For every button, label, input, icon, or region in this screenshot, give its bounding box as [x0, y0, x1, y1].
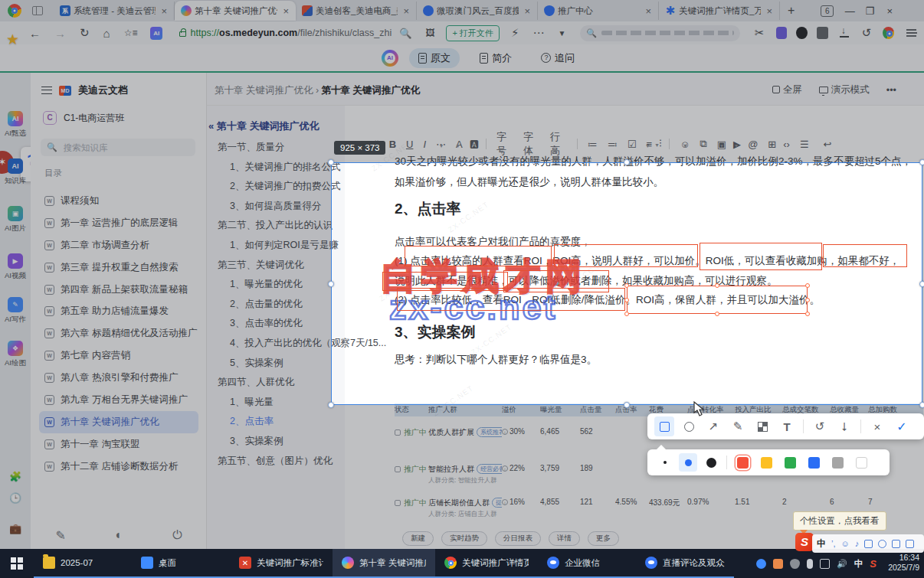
rail-item-knowledge[interactable]: AI 知识库: [0, 158, 31, 186]
taskbar-clock[interactable]: 16:34 2025/7/9: [888, 553, 919, 573]
color-yellow[interactable]: [761, 457, 772, 469]
chevron-down-icon[interactable]: ▼: [558, 29, 565, 38]
cancel-capture-icon[interactable]: ×: [867, 416, 887, 436]
forward-icon[interactable]: →: [54, 27, 66, 40]
close-tab-icon[interactable]: ×: [643, 5, 654, 17]
toc-item[interactable]: 3、点击率的优化: [218, 314, 386, 334]
tray-app-icon[interactable]: [773, 559, 783, 569]
home-icon[interactable]: ⌂: [103, 27, 110, 40]
sidebar-item-ch7[interactable]: W第七章 内容营销: [39, 345, 198, 367]
lock-icon[interactable]: [179, 31, 185, 37]
close-tab-icon[interactable]: ×: [522, 5, 532, 17]
color-gray[interactable]: [832, 457, 844, 469]
rail-item-ai-select[interactable]: AI AI甄选: [0, 111, 31, 139]
sidebar-item-ch10[interactable]: W第十章 关键词推广优化: [39, 411, 198, 433]
toc-item[interactable]: 第四节、人群优化: [218, 373, 386, 393]
start-button-icon[interactable]: [11, 557, 23, 570]
history-icon[interactable]: ↺: [862, 26, 872, 40]
annotation-rect-7[interactable]: [397, 288, 625, 311]
power-icon[interactable]: ⏻: [172, 528, 182, 543]
taskbar-item-wecom[interactable]: 企业微信: [538, 549, 636, 578]
line-height-dropdown[interactable]: 行高▾: [550, 130, 567, 158]
toc-item[interactable]: 1、关键词推广的排名公式: [218, 158, 386, 178]
sidebar-item-ch4[interactable]: W第四章 新品上架获取流量秘籍: [39, 279, 198, 301]
font-color-icon[interactable]: A▾: [456, 139, 460, 150]
ai-extension-icon[interactable]: AI: [150, 27, 162, 40]
taskbar-item-spreadsheet[interactable]: ✕ 关键词推广标准计...: [230, 549, 333, 578]
edit-icon[interactable]: ✎: [55, 528, 65, 543]
close-tab-icon[interactable]: ×: [401, 5, 411, 17]
font-family-dropdown[interactable]: 字体▾: [523, 130, 540, 158]
ime-keyboard-icon[interactable]: [864, 540, 873, 548]
tab-summary[interactable]: 简介: [470, 48, 521, 68]
puzzle-extension-icon[interactable]: [817, 27, 828, 39]
toc-item[interactable]: 1、如何判定ROI是亏是赚: [218, 236, 386, 256]
briefcase-icon[interactable]: 💼: [0, 523, 31, 534]
browser-profile-icon[interactable]: [883, 27, 894, 39]
mention-icon[interactable]: @: [748, 139, 758, 150]
color-blue[interactable]: [808, 457, 820, 469]
action-button[interactable]: 详情: [549, 531, 580, 546]
table-icon[interactable]: ⊞▾: [768, 139, 773, 150]
tray-volume-icon[interactable]: 🔊: [837, 559, 847, 569]
toc-item[interactable]: 1、曝光量: [218, 393, 386, 413]
italic-icon[interactable]: I: [423, 139, 426, 150]
tab-ask[interactable]: 追问: [532, 48, 584, 68]
save-download-icon[interactable]: ⭣: [834, 416, 854, 436]
numbered-list-icon[interactable]: ≕: [608, 139, 618, 150]
bookmark-star-icon[interactable]: ★: [6, 31, 19, 48]
toc-item[interactable]: 第二节、投入产出比的认识: [218, 216, 386, 236]
toc-item[interactable]: 3、如何提高质量得分: [218, 197, 386, 217]
tray-ime-lang[interactable]: 中: [854, 558, 863, 570]
browser-tab-4[interactable]: 微瑕澳门风云_百度搜索 ×: [417, 2, 538, 20]
annotation-rect-2[interactable]: [554, 244, 698, 267]
puzzle-icon[interactable]: 🧩: [0, 471, 31, 482]
browser-tab-6[interactable]: ✱ 关键词推广详情页_万相 ×: [659, 2, 780, 20]
ime-emoji-icon[interactable]: ☺: [841, 539, 850, 548]
ai-assistant-logo-icon[interactable]: [382, 50, 398, 67]
toc-item[interactable]: 2、点击率: [218, 412, 386, 432]
sidebar-item-ch1[interactable]: W第一章 运营推广的底层逻辑: [39, 212, 198, 234]
action-button[interactable]: 更多: [588, 531, 619, 546]
download-icon[interactable]: [840, 28, 848, 38]
annotation-rect-1[interactable]: [405, 246, 552, 266]
restore-button[interactable]: ❐: [860, 5, 880, 17]
mosaic-tool-icon[interactable]: [752, 416, 772, 436]
tab-groups-icon[interactable]: [32, 6, 43, 15]
annotation-rect-selected[interactable]: [627, 286, 808, 314]
tab-counter[interactable]: 6: [821, 5, 834, 17]
hamburger-icon[interactable]: [41, 87, 52, 94]
tray-display-icon[interactable]: [820, 559, 830, 569]
highlight-icon[interactable]: 🅰▾: [470, 138, 476, 150]
browser-tab-3[interactable]: 美迪创客_美迪电商_美 ×: [296, 2, 417, 20]
fullscreen-button[interactable]: 全屏: [772, 83, 802, 96]
pen-tool-icon[interactable]: ✎: [728, 416, 748, 436]
ime-punct-icon[interactable]: ’,: [831, 539, 836, 548]
new-tab-button[interactable]: +: [788, 4, 795, 18]
open-file-button[interactable]: + 打开文件: [446, 25, 499, 41]
refresh-icon[interactable]: ↻: [80, 26, 90, 40]
close-tab-icon[interactable]: ×: [159, 5, 169, 17]
extension-icon-dark[interactable]: [796, 27, 808, 39]
course-chip[interactable]: C C1-电商运营班: [43, 111, 124, 125]
action-button[interactable]: 分日报表: [495, 531, 541, 546]
ime-person-icon[interactable]: [878, 540, 886, 548]
sidebar-item-ch11[interactable]: W第十一章 淘宝联盟: [39, 433, 198, 456]
code-icon[interactable]: ‹›: [783, 139, 790, 150]
rail-item-ai-drawing[interactable]: ❖ AI绘图: [0, 341, 31, 368]
confirm-capture-icon[interactable]: ✓: [892, 416, 912, 436]
history-clock-icon[interactable]: 🕒: [0, 492, 31, 504]
tray-app-icon[interactable]: [756, 559, 766, 569]
ime-tooltip[interactable]: 个性设置，点我看看: [793, 511, 886, 531]
sidebar-item-intro[interactable]: W课程须知: [39, 190, 198, 212]
emoji-icon[interactable]: ☺▾: [680, 139, 690, 150]
extension-search-input[interactable]: 🔍: [580, 25, 740, 41]
toc-item[interactable]: 1、曝光量的优化: [218, 275, 386, 295]
row-checkbox[interactable]: [395, 500, 401, 506]
search-zoom-icon[interactable]: 🔍: [399, 28, 411, 39]
tray-shield-icon[interactable]: [790, 559, 800, 569]
sidebar-item-ch12[interactable]: W第十二章 店铺诊断数据分析: [39, 456, 198, 478]
search-input[interactable]: [62, 142, 185, 153]
font-size-dropdown[interactable]: 字号▾: [496, 130, 513, 158]
arrow-tool-icon[interactable]: ↗: [703, 416, 723, 436]
